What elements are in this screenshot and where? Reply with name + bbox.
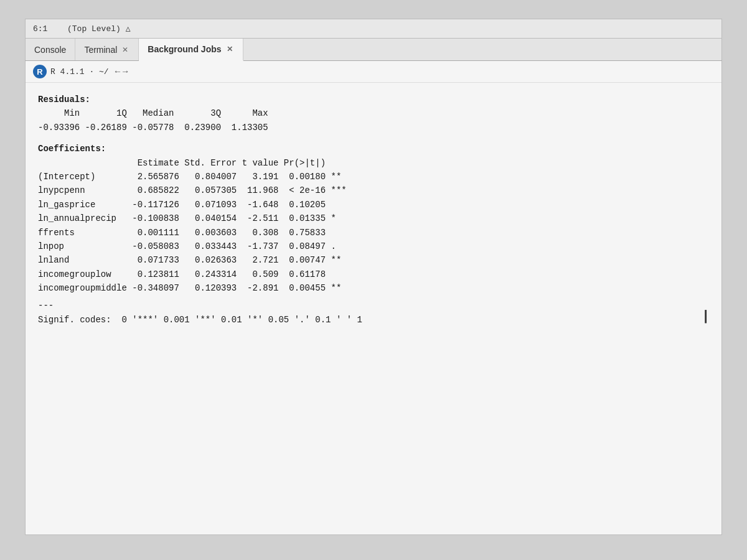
coef-col-headers: Estimate Std. Error t value Pr(>|t|): [38, 156, 709, 170]
console-area: R R 4.1.1 · ~/ ← → Residuals: Min 1Q Med…: [25, 61, 722, 535]
cursor-icon: ┃: [702, 309, 709, 327]
forward-icon[interactable]: →: [123, 67, 128, 77]
residuals-col-headers: Min 1Q Median 3Q Max: [38, 106, 709, 120]
separator: ---: [38, 299, 709, 312]
residuals-header: Residuals:: [38, 93, 709, 106]
tab-background-jobs-close[interactable]: ✕: [225, 45, 234, 54]
tab-console[interactable]: Console: [26, 39, 75, 60]
scope-selector[interactable]: (Top Level) △: [67, 24, 130, 34]
r-nav-icons: ← →: [115, 67, 128, 77]
coef-row-ln-annualprecip: ln_annualprecip -0.100838 0.040154 -2.51…: [38, 212, 709, 225]
top-bar: 6:1 (Top Level) △: [25, 19, 722, 39]
coef-row-ln-gasprice: ln_gasprice -0.117126 0.071093 -1.648 0.…: [38, 198, 709, 212]
r-logo: R: [33, 65, 47, 78]
coef-row-ffrents: ffrents 0.001111 0.003603 0.308 0.75833: [38, 226, 709, 240]
output-area[interactable]: Residuals: Min 1Q Median 3Q Max -0.93396…: [26, 83, 721, 534]
coef-row-lnypcpenn: lnypcpenn 0.685822 0.057305 11.968 < 2e-…: [38, 184, 709, 197]
coef-row-lnpop: lnpop -0.058083 0.033443 -1.737 0.08497 …: [38, 240, 709, 253]
coef-row-intercept: (Intercept) 2.565876 0.804007 3.191 0.00…: [38, 170, 709, 184]
signif-codes: Signif. codes: 0 '***' 0.001 '**' 0.01 '…: [38, 313, 709, 327]
tab-terminal-close[interactable]: ✕: [121, 45, 129, 54]
scope-label: [52, 24, 62, 34]
back-icon[interactable]: ←: [115, 67, 120, 77]
tab-bar: Console Terminal ✕ Background Jobs ✕: [25, 39, 722, 61]
residuals-values: -0.93396 -0.26189 -0.05778 0.23900 1.133…: [38, 121, 709, 134]
coefficients-header: Coefficients:: [38, 142, 709, 156]
line-number: 6:1: [33, 24, 47, 34]
coef-row-incomegrouplow: incomegrouplow 0.123811 0.243314 0.509 0…: [38, 268, 709, 281]
r-version-bar: R R 4.1.1 · ~/ ← →: [26, 61, 721, 83]
tab-terminal[interactable]: Terminal ✕: [75, 39, 139, 60]
coef-row-incomegroupmiddle: incomegroupmiddle -0.348097 0.120393 -2.…: [38, 281, 709, 295]
tab-background-jobs[interactable]: Background Jobs ✕: [139, 39, 243, 61]
r-version-text: R 4.1.1 · ~/: [50, 67, 109, 77]
coef-row-lnland: lnland 0.071733 0.026363 2.721 0.00747 *…: [38, 253, 709, 267]
